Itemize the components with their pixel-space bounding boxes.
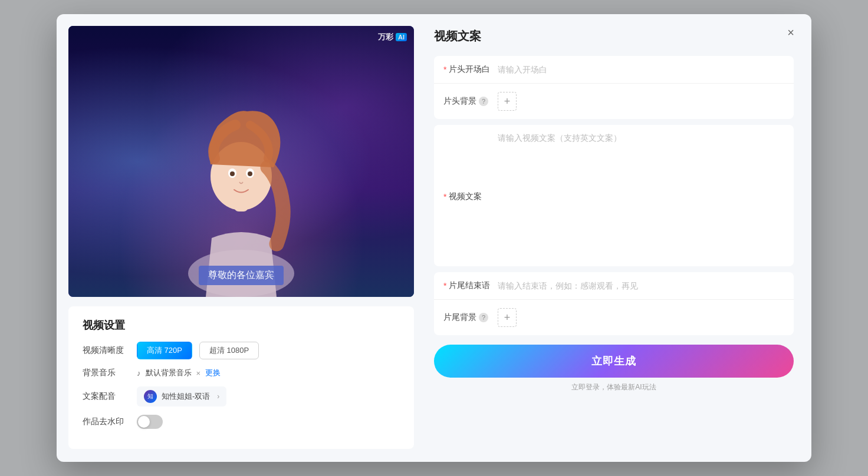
voice-row: 文案配音 知 知性姐姐-双语 › — [83, 386, 400, 406]
header-bg-row: 片头背景 ? + — [434, 84, 794, 119]
opening-row: * 片头开场白 — [434, 56, 794, 84]
copy-row: * 视频文案 — [434, 125, 794, 266]
header-bg-add-button[interactable]: + — [498, 92, 517, 111]
subtitle-bar: 尊敬的各位嘉宾 — [199, 266, 284, 285]
copy-section: * 视频文案 — [434, 125, 794, 266]
music-change-button[interactable]: 更换 — [205, 368, 221, 378]
opening-section: * 片头开场白 片头背景 ? + — [434, 56, 794, 119]
music-note-icon: ♪ — [137, 369, 141, 378]
modal-overlay: × 万彩 AI — [0, 0, 868, 476]
modal-container: × 万彩 AI — [57, 14, 811, 462]
opening-label: * 片头开场白 — [443, 64, 491, 75]
footer-bg-row: 片尾背景 ? + — [434, 300, 794, 335]
copy-textarea[interactable] — [498, 133, 784, 258]
music-remove-button[interactable]: × — [196, 369, 201, 378]
quality-label: 视频清晰度 — [83, 345, 130, 356]
copy-required-star: * — [443, 192, 446, 201]
watermark: 万彩 AI — [378, 32, 407, 42]
left-panel: 万彩 AI — [57, 14, 428, 462]
watermark-row: 作品去水印 — [83, 415, 400, 429]
avatar-container — [153, 73, 330, 297]
required-star: * — [443, 65, 446, 74]
svg-point-5 — [230, 171, 235, 176]
footer-bg-help-icon[interactable]: ? — [479, 313, 488, 322]
music-label: 背景音乐 — [83, 368, 130, 378]
toggle-knob — [138, 416, 150, 428]
settings-title: 视频设置 — [83, 318, 400, 332]
closing-section: * 片尾结束语 片尾背景 ? + — [434, 272, 794, 335]
login-hint: 立即登录，体验最新AI玩法 — [434, 382, 794, 392]
quality-row: 视频清晰度 高清 720P 超清 1080P — [83, 342, 400, 359]
quality-720p-button[interactable]: 高清 720P — [137, 342, 192, 359]
voice-avatar-icon: 知 — [144, 390, 157, 403]
quality-1080p-button[interactable]: 超清 1080P — [199, 342, 259, 359]
music-row: 背景音乐 ♪ 默认背景音乐 × 更换 — [83, 368, 400, 378]
right-panel: 视频文案 * 片头开场白 片头背景 ? + — [428, 14, 811, 462]
copy-label: * 视频文案 — [443, 133, 491, 258]
svg-point-6 — [248, 171, 252, 176]
music-control: ♪ 默认背景音乐 × 更换 — [137, 368, 221, 378]
close-button[interactable]: × — [782, 24, 800, 41]
watermark-ai: AI — [396, 33, 407, 41]
watermark-brand: 万彩 — [378, 32, 393, 42]
footer-bg-label: 片尾背景 ? — [443, 312, 491, 323]
closing-required-star: * — [443, 281, 446, 290]
generate-button[interactable]: 立即生成 — [434, 345, 794, 378]
opening-input[interactable] — [498, 65, 784, 74]
video-preview: 万彩 AI — [68, 26, 414, 297]
voice-name: 知性姐姐-双语 — [162, 391, 210, 402]
voice-selector[interactable]: 知 知性姐姐-双语 › — [137, 386, 226, 406]
voice-label: 文案配音 — [83, 391, 130, 402]
footer-bg-add-button[interactable]: + — [498, 308, 517, 327]
header-bg-label: 片头背景 ? — [443, 96, 491, 107]
header-bg-help-icon[interactable]: ? — [479, 97, 488, 106]
music-name: 默认背景音乐 — [146, 368, 192, 378]
chevron-right-icon: › — [217, 392, 219, 401]
panel-title: 视频文案 — [434, 28, 794, 44]
closing-label: * 片尾结束语 — [443, 280, 491, 291]
closing-input[interactable] — [498, 281, 784, 290]
settings-section: 视频设置 视频清晰度 高清 720P 超清 1080P 背景音乐 ♪ 默认背景音… — [68, 306, 414, 449]
watermark-toggle[interactable] — [137, 415, 163, 429]
closing-row: * 片尾结束语 — [434, 272, 794, 300]
watermark-toggle-label: 作品去水印 — [83, 416, 130, 427]
